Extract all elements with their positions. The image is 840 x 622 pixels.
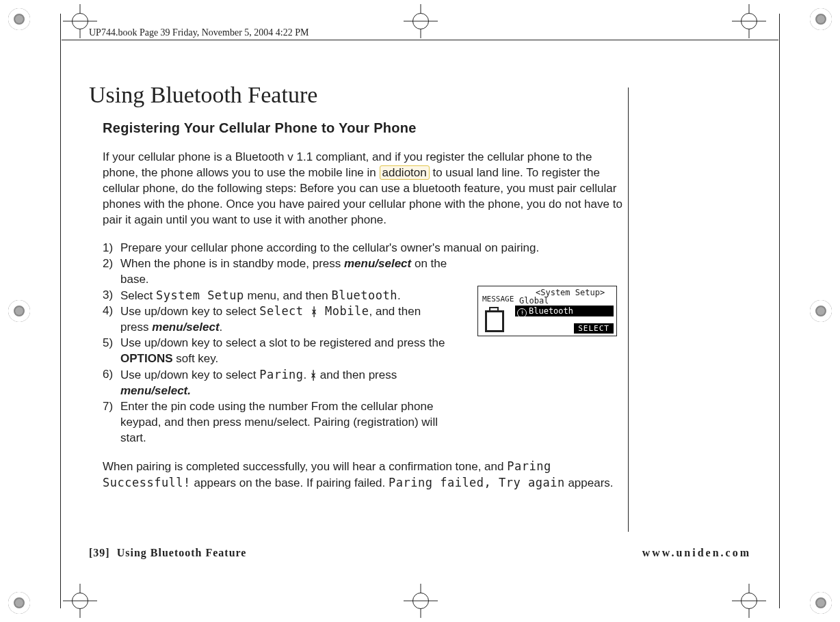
crop-mark-icon	[810, 8, 832, 30]
crop-mark-icon	[8, 300, 30, 322]
ui-term: menu/select.	[120, 384, 191, 397]
frame-line	[60, 14, 61, 608]
register-mark-icon	[404, 4, 438, 38]
step-number: 4)	[103, 303, 120, 336]
closing-text: appears on the base. If pairing failed.	[191, 476, 389, 489]
register-mark-icon	[63, 584, 97, 618]
step-text: Use up/down key to select	[120, 368, 259, 381]
ui-term: menu/select	[344, 257, 411, 270]
closing-text: When pairing is completed successfully, …	[103, 460, 507, 473]
section-heading: Registering Your Cellular Phone to Your …	[103, 120, 626, 136]
step-text: and then press	[317, 368, 397, 381]
lcd-term: Mobile	[317, 304, 369, 318]
step-text: When the phone is in standby mode, press	[120, 257, 344, 270]
lcd-term: Select	[259, 304, 311, 318]
intro-paragraph: If your cellular phone is a Bluetooth v …	[103, 150, 626, 228]
step-text: soft key.	[173, 352, 219, 365]
lcd-message-label: MESSAGE	[482, 295, 514, 303]
lcd-term: System Setup	[156, 288, 244, 302]
ui-term: menu/select	[152, 321, 219, 334]
register-mark-icon	[732, 584, 766, 618]
page-number: [39]	[89, 547, 110, 558]
lcd-term: Bluetooth	[331, 288, 397, 302]
crop-mark-icon	[810, 592, 832, 614]
lcd-menu-item: Global	[519, 296, 549, 306]
lcd-term: Paring	[259, 368, 303, 381]
step-number: 2)	[103, 256, 120, 288]
footer-section: Using Bluetooth Feature	[117, 547, 247, 558]
lcd-menu-label: Bluetooth	[529, 306, 573, 316]
bluetooth-icon: ᚼ	[517, 308, 527, 318]
step-number: 6)	[103, 367, 120, 399]
phone-lcd-illustration: <System Setup> MESSAGE Global ᚼBluetooth…	[477, 286, 617, 336]
battery-icon	[485, 307, 504, 330]
step-text: Use up/down key to select a slot to be r…	[120, 336, 445, 349]
crop-mark-icon	[810, 300, 832, 322]
step-text: .	[304, 368, 310, 381]
step-item: 6) Use up/down key to select Paring. ᚼ a…	[103, 367, 626, 399]
closing-text: appears.	[565, 476, 614, 489]
running-header: UP744.book Page 39 Friday, November 5, 2…	[89, 27, 309, 38]
frame-line	[779, 14, 780, 608]
page-title: Using Bluetooth Feature	[89, 82, 626, 108]
step-text: Prepare your cellular phone according to…	[120, 241, 626, 256]
bluetooth-icon: ᚼ	[310, 368, 317, 383]
crop-mark-icon	[8, 592, 30, 614]
step-text: .	[397, 289, 401, 302]
step-text: menu, and then	[244, 289, 332, 302]
step-item: 2) When the phone is in standby mode, pr…	[103, 256, 626, 288]
step-text: Enter the pin code using the number From…	[120, 399, 449, 446]
content-divider	[628, 87, 629, 532]
crop-mark-icon	[8, 8, 30, 30]
step-text: Select	[120, 289, 156, 302]
step-number: 5)	[103, 336, 120, 367]
page-footer: [39] Using Bluetooth Feature www.uniden.…	[89, 547, 751, 559]
step-item: 1) Prepare your cellular phone according…	[103, 241, 626, 256]
closing-paragraph: When pairing is completed successfully, …	[103, 459, 626, 491]
highlighted-typo: addioton	[380, 165, 430, 180]
step-text: .	[220, 321, 223, 334]
footer-url: www.uniden.com	[642, 547, 751, 559]
steps-list: 1) Prepare your cellular phone according…	[103, 241, 626, 446]
step-text: Use up/down key to select	[120, 305, 259, 318]
step-number: 1)	[103, 241, 120, 256]
bluetooth-icon: ᚼ	[311, 304, 317, 320]
register-mark-icon	[404, 584, 438, 618]
step-item: 5) Use up/down key to select a slot to b…	[103, 336, 626, 367]
lcd-menu-item-selected: ᚼBluetooth	[515, 306, 614, 316]
step-item: 7) Enter the pin code using the number F…	[103, 399, 626, 446]
step-number: 7)	[103, 399, 120, 446]
lcd-term: Paring failed, Try again	[389, 476, 565, 489]
lcd-softkey: SELECT	[574, 323, 614, 334]
register-mark-icon	[732, 4, 766, 38]
ui-term: OPTIONS	[120, 352, 173, 365]
step-number: 3)	[103, 288, 120, 304]
header-rule	[62, 40, 778, 40]
